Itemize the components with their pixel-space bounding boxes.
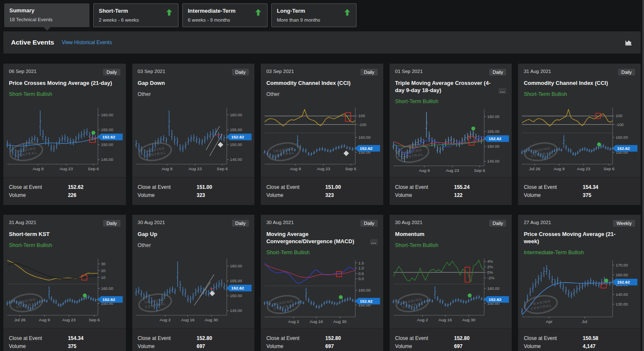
svg-text:152.62: 152.62 bbox=[360, 146, 373, 151]
tab-long-term-title: Long-Term bbox=[277, 8, 320, 14]
event-sentiment: Short-Term Bullish bbox=[524, 91, 635, 97]
event-sentiment: Short-Term Bullish bbox=[395, 98, 507, 104]
event-chart: 302010160.00150.00152.62Jul 26Aug 9Aug 2… bbox=[3, 254, 126, 326]
card-header: 30 Aug 2021 Daily Moving Average Converg… bbox=[261, 215, 383, 256]
tab-intermediate-term-title: Intermediate-Term bbox=[188, 8, 235, 14]
summary-tabs: Summary 18 Technical Events Short-Term 2… bbox=[0, 0, 644, 27]
period-badge: Daily bbox=[232, 69, 249, 76]
close-at-event-value: 150.58 bbox=[583, 335, 599, 341]
volume-label: Volume bbox=[9, 343, 68, 349]
tab-long-term[interactable]: Long-Term More than 9 months bbox=[271, 3, 357, 27]
period-badge: Daily bbox=[360, 69, 377, 76]
event-chart: 170.00160.00150.00140.00130.00152.62AprJ… bbox=[518, 256, 641, 328]
volume-value: 697 bbox=[454, 343, 463, 349]
event-title: Gap Down bbox=[138, 79, 249, 87]
svg-text:152.62: 152.62 bbox=[231, 135, 244, 139]
tab-short-term[interactable]: Short-Term 2 weeks - 6 weeks bbox=[93, 3, 178, 27]
svg-text:Aug 9: Aug 9 bbox=[419, 168, 430, 173]
event-date: 30 Aug 2021 bbox=[138, 220, 165, 225]
svg-text:152.62: 152.62 bbox=[102, 135, 115, 139]
event-card[interactable]: 31 Aug 2021 Daily Commodity Channel Inde… bbox=[518, 64, 641, 205]
card-header: 03 Sep 2021 Daily Commodity Channel Inde… bbox=[261, 64, 383, 103]
svg-text:155.00: 155.00 bbox=[230, 279, 242, 283]
svg-text:Aug 9: Aug 9 bbox=[290, 166, 301, 171]
event-card[interactable]: 01 Sep 2021 Daily Triple Moving Average … bbox=[390, 64, 512, 205]
events-grid: 06 Sep 2021 Daily Price Crosses Moving A… bbox=[3, 64, 641, 351]
period-badge: Daily bbox=[360, 220, 377, 227]
event-card[interactable]: 06 Sep 2021 Daily Price Crosses Moving A… bbox=[3, 64, 126, 205]
card-footer: Close at Event 152.80 Volume 697 bbox=[390, 328, 512, 351]
event-title-text: Price Crosses Moving Average (21-day) bbox=[9, 80, 112, 86]
tab-intermediate-term[interactable]: Intermediate-Term 6 weeks - 9 months bbox=[182, 3, 268, 27]
event-date: 03 Sep 2021 bbox=[138, 69, 165, 74]
event-card[interactable]: 30 Aug 2021 Daily Moving Average Converg… bbox=[261, 215, 383, 351]
card-header: 31 Aug 2021 Daily Commodity Channel Inde… bbox=[518, 64, 641, 103]
event-chart: 160.00155.00150.00145.00152.62Aug 9Aug 2… bbox=[132, 103, 255, 175]
close-at-event-value: 151.00 bbox=[197, 184, 212, 190]
svg-text:-100: -100 bbox=[358, 123, 366, 127]
event-card[interactable]: 31 Aug 2021 Daily Short-term KST Short-T… bbox=[3, 215, 126, 351]
svg-text:Aug 9: Aug 9 bbox=[33, 166, 44, 171]
close-at-event-label: Close at Event bbox=[138, 184, 197, 190]
close-at-event-value: 152.80 bbox=[197, 335, 212, 341]
event-card[interactable]: 30 Aug 2021 Daily Gap Up Other 160.00155… bbox=[132, 215, 255, 351]
svg-text:Sep 6: Sep 6 bbox=[88, 166, 99, 171]
svg-text:2%: 2% bbox=[487, 265, 493, 269]
volume-value: 122 bbox=[454, 192, 463, 198]
event-sentiment: Short-Term Bullish bbox=[9, 242, 120, 248]
event-card[interactable]: 03 Sep 2021 Daily Commodity Channel Inde… bbox=[261, 64, 383, 205]
more-options-button[interactable]: ... bbox=[499, 88, 506, 94]
event-title: Triple Moving Average Crossover (4-day 9… bbox=[395, 79, 507, 94]
event-card[interactable]: 03 Sep 2021 Daily Gap Down Other 160.001… bbox=[132, 64, 255, 205]
svg-text:Sep 6: Sep 6 bbox=[89, 317, 100, 322]
svg-text:Aug 23: Aug 23 bbox=[317, 166, 331, 171]
event-title-text: Commodity Channel Index (CCI) bbox=[524, 80, 608, 86]
more-options-button[interactable]: ... bbox=[370, 239, 378, 245]
svg-text:0%: 0% bbox=[487, 270, 493, 275]
event-title: Short-term KST bbox=[9, 230, 120, 238]
close-at-event-value: 152.62 bbox=[68, 184, 84, 190]
svg-text:4%: 4% bbox=[487, 260, 493, 264]
card-header: 03 Sep 2021 Daily Gap Down Other bbox=[132, 64, 255, 103]
tab-long-term-subtitle: More than 9 months bbox=[277, 17, 320, 22]
card-footer: Close at Event 152.62 Volume 226 bbox=[3, 177, 126, 205]
period-badge: Daily bbox=[103, 220, 120, 227]
card-header: 31 Aug 2021 Daily Short-term KST Short-T… bbox=[3, 215, 126, 254]
event-date: 03 Sep 2021 bbox=[266, 69, 294, 74]
view-historical-events-link[interactable]: View Historical Events bbox=[62, 39, 112, 45]
event-card[interactable]: 30 Aug 2021 Daily Momentum Short-Term Bu… bbox=[390, 215, 512, 351]
svg-text:Aug 9: Aug 9 bbox=[554, 166, 565, 171]
volume-value: 375 bbox=[68, 343, 76, 349]
svg-text:160.00: 160.00 bbox=[616, 273, 628, 277]
svg-text:1.0: 1.0 bbox=[358, 267, 364, 271]
card-footer: Close at Event 155.24 Volume 122 bbox=[390, 177, 512, 205]
svg-text:Aug 23: Aug 23 bbox=[446, 168, 459, 173]
event-chart: 160.00155.00150.00145.00152.62Aug 9Aug 2… bbox=[3, 103, 126, 175]
close-at-event-value: 154.34 bbox=[68, 335, 84, 341]
active-events-title: Active Events bbox=[11, 39, 54, 46]
svg-text:Aug 9: Aug 9 bbox=[161, 166, 172, 171]
period-badge: Daily bbox=[232, 220, 249, 227]
volume-label: Volume bbox=[9, 192, 68, 198]
tab-short-term-title: Short-Term bbox=[99, 8, 139, 14]
area-chart-icon[interactable] bbox=[624, 38, 633, 47]
card-footer: Close at Event 151.00 Volume 323 bbox=[132, 177, 255, 205]
scrollbar[interactable] bbox=[642, 0, 644, 351]
svg-text:Aug 16: Aug 16 bbox=[310, 320, 323, 324]
close-at-event-label: Close at Event bbox=[266, 184, 325, 190]
svg-text:100: 100 bbox=[358, 114, 365, 118]
svg-text:Jul: Jul bbox=[582, 320, 588, 324]
tab-summary[interactable]: Summary 18 Technical Events bbox=[4, 3, 89, 27]
volume-value: 226 bbox=[68, 192, 76, 198]
event-title-text: Short-term KST bbox=[9, 231, 50, 237]
svg-text:145.00: 145.00 bbox=[230, 309, 242, 313]
svg-text:Aug 16: Aug 16 bbox=[438, 317, 452, 322]
event-sentiment: Other bbox=[138, 91, 249, 97]
svg-text:20: 20 bbox=[101, 269, 105, 273]
volume-label: Volume bbox=[524, 343, 583, 349]
svg-text:30: 30 bbox=[101, 262, 105, 266]
svg-text:150.00: 150.00 bbox=[230, 143, 242, 147]
svg-text:160.00: 160.00 bbox=[230, 264, 242, 268]
event-card[interactable]: 27 Aug 2021 Weekly Price Crosses Moving … bbox=[518, 215, 641, 351]
tab-intermediate-term-subtitle: 6 weeks - 9 months bbox=[188, 17, 235, 22]
